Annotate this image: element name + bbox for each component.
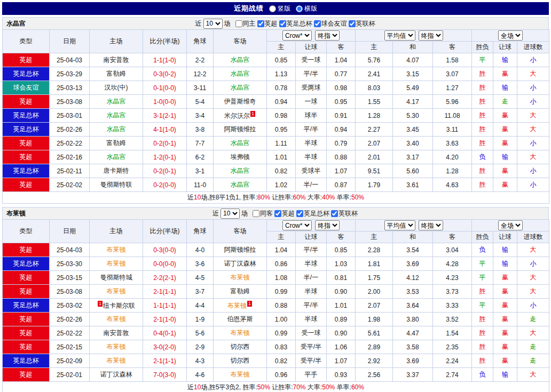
result-goals: 大 (517, 67, 549, 81)
euro-home-odds: 1.75 (356, 271, 393, 285)
corner-score: 4-4 (187, 299, 214, 313)
asian-handicap: 半/一 (296, 271, 327, 285)
league-filter[interactable]: 英足总杯 (279, 19, 312, 28)
matches-table: 类型日期主场比分(半场)角球客场Crow*终指平均值终指全场主让球客主和客胜负让… (2, 29, 549, 204)
odds-provider-select[interactable]: Crow* (282, 30, 312, 41)
result-handicap: 输 (493, 368, 517, 382)
euro-home-odds: 1.81 (356, 257, 393, 271)
match-score: 3-0(2-0) (143, 340, 187, 354)
home-team: 富勒姆 (90, 137, 143, 150)
league-filter[interactable]: 英超 (257, 19, 278, 28)
asian-home-odds: 0.99 (267, 285, 296, 299)
asian-home-odds: 1.01 (267, 150, 296, 164)
same-venue-filter[interactable]: 同客 (253, 209, 273, 218)
final-odds-select-2[interactable]: 终指 (419, 30, 443, 41)
section-controls: 近10场同主英超英足总杯球会友谊英联杯 (195, 19, 375, 29)
team-sections-container: 水晶宫近10场同主英超英足总杯球会友谊英联杯类型日期主场比分(半场)角球客场Cr… (2, 17, 549, 392)
asian-home-odds: 1.02 (267, 178, 296, 192)
team-text: 水晶宫 (107, 98, 126, 105)
match-row: 英超25-02-15布莱顿3-0(2-0)2-9切尔西0.83受平/半1.062… (3, 340, 549, 354)
sub-column-header: 进球数 (517, 231, 549, 243)
team-text: 曼彻斯特联 (100, 181, 132, 188)
summary-value: 50% (351, 194, 364, 201)
sub-column-header: 主 (267, 231, 296, 243)
league-filter-checkbox[interactable] (349, 20, 356, 27)
league-filter-checkbox[interactable] (296, 210, 303, 217)
games-count-select[interactable]: 10 (221, 209, 240, 219)
match-score: 2-1(1-0) (143, 313, 187, 326)
result-handicap: 赢 (493, 123, 517, 137)
average-odds-select[interactable]: 平均值 (384, 220, 415, 230)
full-match-select[interactable]: 全场 (498, 30, 523, 41)
league-filter-checkbox[interactable] (257, 20, 264, 27)
view-vertical-option[interactable]: 竖版 (269, 4, 290, 13)
asian-handicap: 平/半 (296, 123, 327, 137)
euro-away-odds: 3.04 (433, 243, 472, 257)
view-horizontal-option[interactable]: 横版 (296, 4, 317, 13)
result-goals: 大 (517, 368, 549, 382)
league-filter-label: 英联杯 (356, 19, 375, 28)
league-filter[interactable]: 球会友谊 (314, 19, 347, 28)
result-handicap: 赢 (493, 109, 517, 123)
horizontal-view-radio[interactable] (296, 5, 303, 12)
team-text: 米尔沃尔 (224, 112, 250, 119)
away-team: 诺丁汉森林 (214, 257, 267, 271)
away-team: 阿斯顿维拉 (214, 243, 267, 257)
match-score: 0-1(0-0) (143, 81, 187, 95)
same-venue-checkbox[interactable] (253, 210, 259, 217)
match-score: 1-0(0-0) (143, 95, 187, 109)
same-venue-filter[interactable]: 同主 (235, 19, 256, 28)
sub-column-header: 让球 (296, 231, 327, 243)
games-label: 场 (224, 19, 231, 28)
result-goals: 大 (517, 285, 549, 299)
sub-column-header: 客 (433, 231, 472, 243)
league-filter[interactable]: 英联杯 (349, 19, 375, 28)
column-header: 日期 (50, 220, 90, 243)
team-text: 布莱顿 (231, 274, 250, 281)
result-goals: 走 (517, 354, 549, 368)
league-filter[interactable]: 英足总杯 (296, 209, 329, 218)
corner-score: 4-0 (187, 243, 214, 257)
summary-value: 40% (322, 194, 335, 201)
league-filter[interactable]: 英超 (274, 209, 295, 218)
league-filter-checkbox[interactable] (331, 210, 338, 217)
result-goals: 小 (517, 299, 549, 313)
vertical-view-radio[interactable] (269, 5, 276, 12)
final-odds-select-2[interactable]: 终指 (419, 220, 443, 230)
average-odds-select[interactable]: 平均值 (384, 30, 415, 41)
final-odds-select[interactable]: 终指 (315, 30, 340, 41)
euro-draw-odds: 3.69 (393, 354, 433, 368)
games-count-select[interactable]: 10 (203, 19, 223, 29)
match-row: 英足总杯25-03-29富勒姆0-3(0-2)12-2水晶宫1.13平/半0.7… (3, 67, 549, 81)
same-venue-checkbox[interactable] (235, 20, 242, 27)
team-text: 水晶宫 (231, 84, 250, 91)
result-outcome: 胜 (472, 354, 493, 368)
final-odds-select[interactable]: 终指 (315, 220, 340, 230)
summary-label: 单率: (335, 383, 351, 391)
asian-away-odds: 0.81 (327, 271, 356, 285)
result-handicap: 赢 (493, 178, 517, 192)
column-header: 类型 (3, 30, 50, 53)
sub-column-header: 主 (356, 231, 393, 243)
asian-away-odds: 1.01 (327, 299, 356, 313)
league-filter-checkbox[interactable] (274, 210, 281, 217)
full-match-select[interactable]: 全场 (498, 220, 523, 230)
euro-away-odds: 1.28 (433, 164, 472, 178)
euro-away-odds: 1.54 (433, 326, 472, 340)
team-text: 切尔西 (231, 343, 250, 350)
euro-home-odds: 2.92 (356, 354, 393, 368)
league-filter-checkbox[interactable] (314, 20, 321, 27)
league-filter-checkbox[interactable] (279, 20, 286, 27)
league-type-badge: 英足总杯 (3, 257, 50, 271)
matches-table: 类型日期主场比分(半场)角球客场Crow*终指平均值终指全场主让球客主和客胜负让… (2, 219, 549, 392)
sub-column-header: 主 (356, 42, 393, 53)
team-text: 富勒姆 (231, 287, 250, 295)
league-filter[interactable]: 英联杯 (331, 209, 358, 218)
result-handicap: 赢 (493, 354, 517, 368)
euro-away-odds: 11.08 (433, 109, 472, 123)
euro-draw-odds: 3.69 (393, 257, 433, 271)
team-text: 埃弗顿 (231, 153, 250, 161)
team-name: 水晶宫 (6, 19, 26, 28)
section-header: 水晶宫近10场同主英超英足总杯球会友谊英联杯 (2, 17, 549, 29)
odds-provider-select[interactable]: Crow* (282, 220, 312, 230)
